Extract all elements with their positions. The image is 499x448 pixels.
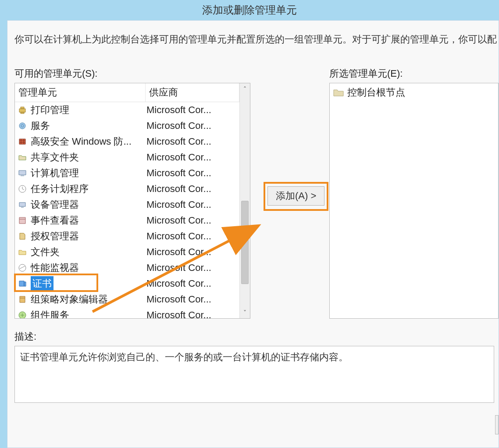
auth-mgr-icon: [17, 231, 28, 241]
list-item-name: 服务: [31, 119, 50, 132]
list-item-name: 组件服务: [31, 309, 69, 318]
tree-root-label: 控制台根节点: [347, 86, 405, 99]
dialog-button-stub[interactable]: [495, 415, 499, 434]
list-item-vendor: Microsoft Cor...: [146, 136, 239, 147]
instructions-text: 你可以在计算机上为此控制台选择可用的管理单元并配置所选的一组管理单元。对于可扩展…: [14, 33, 499, 46]
list-item-vendor: Microsoft Cor...: [146, 152, 239, 163]
list-item[interactable]: 组策略对象编辑器Microsoft Cor...: [15, 292, 239, 307]
list-scrollbar[interactable]: ˄ ˅: [239, 83, 250, 318]
available-listbox[interactable]: 管理单元 供应商 打印管理Microsoft Cor...服务Microsoft…: [14, 83, 250, 319]
list-item-name: 授权管理器: [31, 230, 79, 243]
snapin-dialog: 添加或删除管理单元 你可以在计算机上为此控制台选择可用的管理单元并配置所选的一组…: [0, 0, 499, 448]
list-item-vendor: Microsoft Cor...: [146, 278, 239, 289]
list-item-vendor: Microsoft Cor...: [146, 215, 239, 226]
selected-label: 所选管理单元(E):: [329, 67, 499, 80]
firewall-icon: [17, 137, 28, 146]
gear-icon: [17, 121, 28, 131]
list-item-vendor: Microsoft Cor...: [146, 262, 239, 274]
list-item-vendor: Microsoft Cor...: [146, 167, 239, 179]
list-item[interactable]: 共享文件夹Microsoft Cor...: [15, 149, 239, 165]
list-item-vendor: Microsoft Cor...: [146, 246, 239, 258]
device-mgr-icon: [17, 200, 28, 210]
list-item-name: 组策略对象编辑器: [31, 293, 108, 306]
selected-tree[interactable]: 控制台根节点: [329, 83, 499, 319]
list-item-name: 事件查看器: [31, 214, 79, 227]
list-item[interactable]: 打印管理Microsoft Cor...: [15, 102, 239, 118]
list-item-vendor: Microsoft Cor...: [146, 120, 239, 132]
list-item-vendor: Microsoft Cor...: [146, 294, 239, 305]
clock-icon: [17, 184, 28, 194]
scroll-down-arrow[interactable]: ˅: [240, 307, 250, 318]
gpo-icon: [17, 295, 28, 304]
client-area: 你可以在计算机上为此控制台选择可用的管理单元并配置所选的一组管理单元。对于可扩展…: [7, 20, 499, 448]
list-item[interactable]: 高级安全 Windows 防...Microsoft Cor...: [15, 134, 239, 149]
list-item-vendor: Microsoft Cor...: [146, 183, 239, 195]
list-item-name: 共享文件夹: [31, 151, 79, 164]
description-box: 证书管理单元允许你浏览自己的、一个服务的或一台计算机的证书存储内容。: [14, 346, 494, 403]
scroll-up-arrow[interactable]: ˄: [240, 83, 250, 95]
titlebar: 添加或删除管理单元: [0, 0, 499, 20]
list-item-name: 性能监视器: [31, 261, 79, 274]
column-header-vendor[interactable]: 供应商: [146, 83, 239, 102]
list-item[interactable]: 性能监视器Microsoft Cor...: [15, 260, 239, 276]
list-item-name: 打印管理: [31, 103, 69, 117]
list-item-vendor: Microsoft Cor...: [146, 199, 239, 210]
list-item[interactable]: 事件查看器Microsoft Cor...: [15, 213, 239, 228]
description-text: 证书管理单元允许你浏览自己的、一个服务的或一台计算机的证书存储内容。: [20, 352, 348, 363]
list-item[interactable]: 证书Microsoft Cor...: [15, 276, 239, 292]
certificate-icon: [17, 279, 28, 288]
list-item[interactable]: 服务Microsoft Cor...: [15, 118, 239, 134]
list-item-vendor: Microsoft Cor...: [146, 231, 239, 242]
printer-icon: [17, 105, 28, 115]
list-item-name: 证书: [31, 276, 53, 291]
folder-icon: [333, 88, 344, 97]
list-item[interactable]: 设备管理器Microsoft Cor...: [15, 197, 239, 213]
available-list-header[interactable]: 管理单元 供应商: [15, 83, 239, 102]
computer-mgmt-icon: [17, 168, 28, 178]
shared-folder-icon: [17, 153, 28, 162]
perfmon-icon: [17, 263, 28, 273]
tree-root-item[interactable]: 控制台根节点: [333, 86, 495, 99]
event-viewer-icon: [17, 216, 28, 225]
window-title: 添加或删除管理单元: [202, 3, 297, 17]
scroll-thumb[interactable]: [241, 201, 249, 284]
folder-icon: [17, 247, 28, 257]
component-svc-icon: [17, 310, 28, 318]
list-item-name: 计算机管理: [31, 167, 79, 180]
list-item-name: 文件夹: [31, 245, 60, 259]
list-item[interactable]: 授权管理器Microsoft Cor...: [15, 228, 239, 244]
list-item[interactable]: 文件夹Microsoft Cor...: [15, 244, 239, 260]
column-header-name[interactable]: 管理单元: [15, 83, 146, 102]
list-item-name: 任务计划程序: [31, 182, 89, 196]
annotation-add-button: 添加(A) >: [264, 182, 328, 211]
list-item-vendor: Microsoft Cor...: [146, 309, 239, 318]
list-item-name: 设备管理器: [31, 198, 79, 211]
list-item-name: 高级安全 Windows 防...: [31, 135, 132, 148]
list-item[interactable]: 计算机管理Microsoft Cor...: [15, 165, 239, 181]
list-item[interactable]: 组件服务Microsoft Cor...: [15, 307, 239, 318]
add-button[interactable]: 添加(A) >: [267, 186, 324, 206]
list-item[interactable]: 任务计划程序Microsoft Cor...: [15, 181, 239, 197]
description-label: 描述:: [14, 330, 499, 343]
available-label: 可用的管理单元(S):: [14, 67, 250, 80]
list-item-vendor: Microsoft Cor...: [146, 104, 239, 116]
